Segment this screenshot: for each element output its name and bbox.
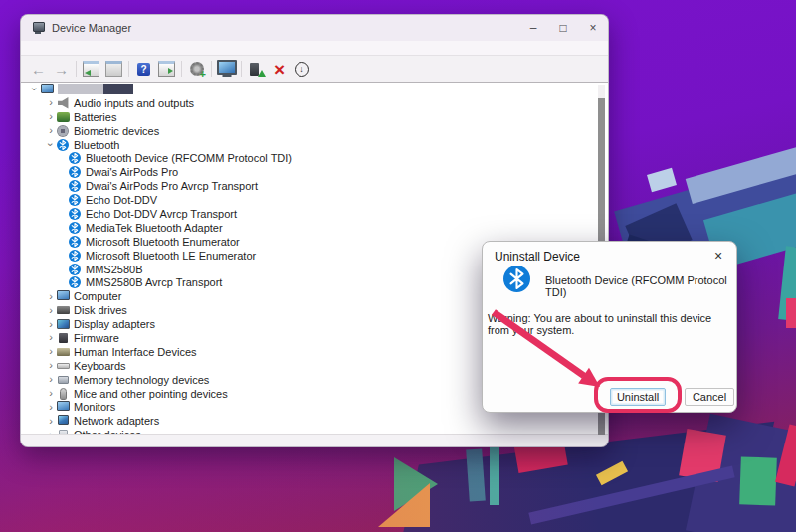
bluetooth-icon: [69, 194, 81, 206]
toolbar-button-icon: [28, 59, 49, 79]
bluetooth-icon: [69, 166, 81, 178]
tree-item[interactable]: Bluetooth Device (RFCOMM Protocol TDI): [21, 151, 608, 165]
chevron-icon[interactable]: [45, 374, 57, 385]
status-bar: [21, 434, 608, 446]
toolbar-button-icon: [81, 59, 101, 79]
device-label: MMS2580B: [86, 264, 142, 275]
device-label: MMS2580B Avrcp Transport: [86, 276, 222, 288]
toolbar-button-icon: [269, 59, 290, 79]
annotation-highlight-rect: [594, 377, 682, 413]
bluetooth-icon: [69, 250, 81, 262]
chevron-icon[interactable]: [45, 305, 57, 316]
tree-item[interactable]: Dwai's AirPods Pro: [21, 165, 608, 179]
bluetooth-icon: [69, 208, 82, 220]
chevron-icon[interactable]: [45, 388, 57, 399]
network-adapter-icon: [57, 415, 70, 427]
chevron-icon[interactable]: [45, 346, 57, 357]
cancel-button[interactable]: Cancel: [685, 388, 734, 406]
uninstall-device-button[interactable]: [269, 59, 290, 79]
show-console-tree-button[interactable]: [81, 59, 101, 79]
bluetooth-icon: [69, 264, 82, 275]
wallpaper-shape: [786, 298, 796, 328]
device-label: Mice and other pointing devices: [74, 388, 228, 400]
fingerprint-icon: [57, 125, 70, 137]
mouse-icon: [57, 388, 70, 400]
bluetooth-icon: [69, 152, 82, 164]
bluetooth-icon: [69, 222, 81, 234]
display-adapter-icon: [57, 318, 70, 330]
bluetooth-icon: [69, 208, 81, 220]
toolbar-button-icon: [292, 59, 312, 79]
chevron-icon[interactable]: [45, 402, 57, 413]
chevron-icon[interactable]: [45, 291, 57, 302]
chevron-icon[interactable]: [45, 332, 57, 343]
warning-text: Warning: You are about to uninstall this…: [488, 312, 732, 336]
back-button[interactable]: [28, 59, 49, 79]
window-title: Device Manager: [52, 22, 131, 34]
tree-item[interactable]: Echo Dot-DDV: [21, 193, 608, 207]
chevron-icon[interactable]: [45, 139, 57, 150]
device-label: Disk drives: [74, 304, 127, 316]
device-label: Human Interface Devices: [74, 346, 197, 358]
memory-card-icon: [57, 374, 70, 386]
window-control-glyph: □: [559, 21, 566, 35]
wallpaper-shape: [490, 445, 499, 505]
speaker-icon: [57, 97, 70, 109]
tree-root-item[interactable]: [21, 83, 608, 96]
scan-hardware-changes-button[interactable]: [186, 59, 207, 79]
close-icon[interactable]: ×: [709, 247, 727, 265]
battery-icon: [57, 111, 70, 123]
action-pane-button[interactable]: [156, 59, 177, 79]
hid-icon: [57, 346, 70, 358]
bluetooth-icon: [69, 194, 82, 206]
toolbar-button-icon: [51, 59, 72, 79]
bluetooth-icon: [69, 222, 82, 234]
bluetooth-icon: [69, 152, 81, 164]
maximize-button[interactable]: □: [548, 15, 578, 41]
device-label: Firmware: [74, 332, 119, 344]
computer-icon: [41, 84, 54, 95]
help-button[interactable]: [133, 59, 154, 79]
redacted-computer-name: [103, 84, 133, 94]
chevron-icon[interactable]: [45, 319, 57, 330]
disable-device-button[interactable]: [292, 59, 312, 79]
device-label: Microsoft Bluetooth Enumerator: [86, 236, 240, 248]
device-label: Microsoft Bluetooth LE Enumerator: [86, 250, 256, 262]
device-label: MediaTek Bluetooth Adapter: [86, 222, 223, 234]
window-control-glyph: –: [530, 21, 537, 35]
device-label: Computer: [74, 290, 121, 302]
tree-item[interactable]: Bluetooth: [21, 138, 608, 152]
device-label: Bluetooth Device (RFCOMM Protocol TDI): [86, 152, 292, 164]
devices-view-button[interactable]: [216, 59, 237, 79]
close-button[interactable]: ×: [578, 15, 608, 41]
monitor-icon: [57, 290, 70, 302]
tree-item[interactable]: Audio inputs and outputs: [21, 96, 608, 110]
redacted-computer-name: [58, 84, 103, 94]
tree-item[interactable]: Dwai's AirPods Pro Avrcp Transport: [21, 179, 608, 193]
chevron-icon[interactable]: [45, 416, 57, 427]
chevron-icon[interactable]: [45, 360, 57, 371]
chevron-icon[interactable]: [29, 84, 41, 94]
monitor-icon: [57, 401, 70, 413]
bluetooth-icon: [503, 266, 530, 292]
device-label: Monitors: [74, 401, 115, 413]
toolbar-button-icon: [246, 59, 267, 79]
device-label: Network adapters: [74, 415, 159, 427]
tree-item[interactable]: Biometric devices: [21, 124, 608, 138]
menu-strip: [21, 41, 608, 55]
toolbar-button-icon: [156, 59, 177, 79]
minimize-button[interactable]: –: [518, 15, 548, 41]
tree-item[interactable]: Network adapters: [21, 414, 608, 428]
chevron-icon[interactable]: [45, 97, 57, 108]
forward-button[interactable]: [51, 59, 72, 79]
titlebar[interactable]: Device Manager – □ ×: [21, 15, 608, 41]
properties-button[interactable]: [103, 59, 124, 79]
chevron-icon[interactable]: [45, 111, 57, 122]
tree-item[interactable]: Echo Dot-DDV Avrcp Transport: [21, 207, 608, 221]
device-manager-icon: [32, 22, 44, 34]
chevron-icon[interactable]: [45, 125, 57, 136]
tree-item[interactable]: Batteries: [21, 110, 608, 124]
device-label: Memory technology devices: [74, 374, 209, 386]
update-driver-button[interactable]: [246, 59, 267, 79]
tree-item[interactable]: MediaTek Bluetooth Adapter: [21, 221, 608, 235]
